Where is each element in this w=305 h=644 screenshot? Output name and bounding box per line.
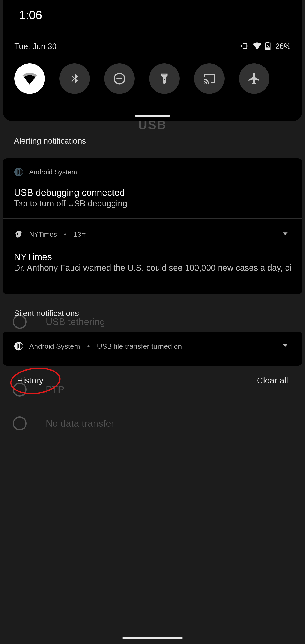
cast-icon: [202, 72, 216, 85]
app-name: NYTimes: [29, 230, 57, 238]
shade-actions: History Clear all: [0, 376, 305, 385]
notif-age: 13m: [74, 230, 87, 238]
vibrate-icon: [240, 41, 250, 52]
qs-tile-bluetooth[interactable]: [59, 63, 90, 94]
qs-tile-cast[interactable]: [194, 63, 224, 94]
qs-tiles-row: [14, 63, 290, 94]
wifi-status-icon: [252, 41, 262, 52]
status-date[interactable]: Tue, Jun 30: [14, 42, 56, 51]
qs-tile-flashlight[interactable]: [149, 63, 180, 94]
airplane-icon: [248, 72, 261, 85]
qs-status-row: Tue, Jun 30 26%: [14, 41, 290, 52]
notif-title: USB debugging connected: [14, 187, 291, 198]
qs-tile-airplane[interactable]: [239, 63, 270, 94]
bluetooth-icon: [68, 72, 81, 85]
silent-card: Android System • USB file transfer turne…: [2, 332, 302, 366]
qs-expand-handle[interactable]: [135, 115, 170, 116]
notif-summary: USB file transfer turned on: [97, 342, 182, 350]
wifi-icon: [22, 71, 38, 86]
notif-header: NYTimes • 13m: [14, 228, 291, 241]
notification-nytimes[interactable]: NYTimes • 13m NYTimes Dr. Anthony Fauci …: [2, 218, 302, 283]
app-name: Android System: [29, 342, 80, 350]
chevron-down-icon: [279, 339, 291, 351]
notif-title: NYTimes: [14, 252, 291, 262]
clear-all-button[interactable]: Clear all: [257, 376, 288, 385]
separator-dot: •: [64, 230, 66, 238]
android-system-icon: [14, 167, 23, 177]
alerting-card: Android System USB debugging connected T…: [2, 158, 302, 294]
battery-percent: 26%: [275, 42, 290, 51]
expand-chevron[interactable]: [279, 339, 291, 353]
nav-bar-handle[interactable]: [122, 637, 182, 639]
expand-chevron[interactable]: [279, 228, 291, 241]
chevron-down-icon: [279, 228, 291, 240]
notification-shade: 1:06 Tue, Jun 30 26%: [0, 0, 305, 644]
dnd-icon: [112, 72, 126, 86]
section-alerting: Alerting notifications: [14, 136, 86, 146]
notification-usb-debugging[interactable]: Android System USB debugging connected T…: [2, 158, 302, 218]
separator-dot: •: [87, 342, 90, 350]
nytimes-icon: [14, 230, 23, 239]
flashlight-icon: [158, 72, 170, 85]
android-system-icon: [14, 342, 23, 351]
qs-tile-dnd[interactable]: [104, 63, 135, 94]
qs-tile-wifi[interactable]: [14, 63, 45, 94]
notification-usb-file-transfer[interactable]: Android System • USB file transfer turne…: [2, 332, 302, 360]
section-silent: Silent notifications: [14, 309, 79, 318]
status-time: 1:06: [19, 8, 290, 22]
quick-settings-panel: 1:06 Tue, Jun 30 26%: [2, 0, 302, 121]
notif-header: Android System: [14, 167, 291, 177]
battery-status-icon: [265, 41, 271, 52]
notif-header: Android System • USB file transfer turne…: [14, 339, 291, 353]
notif-body: Dr. Anthony Fauci warned the U.S. could …: [14, 263, 291, 273]
notif-body: Tap to turn off USB debugging: [14, 199, 291, 208]
history-button[interactable]: History: [17, 376, 43, 385]
app-name: Android System: [29, 168, 77, 176]
status-right-icons: 26%: [240, 41, 290, 52]
